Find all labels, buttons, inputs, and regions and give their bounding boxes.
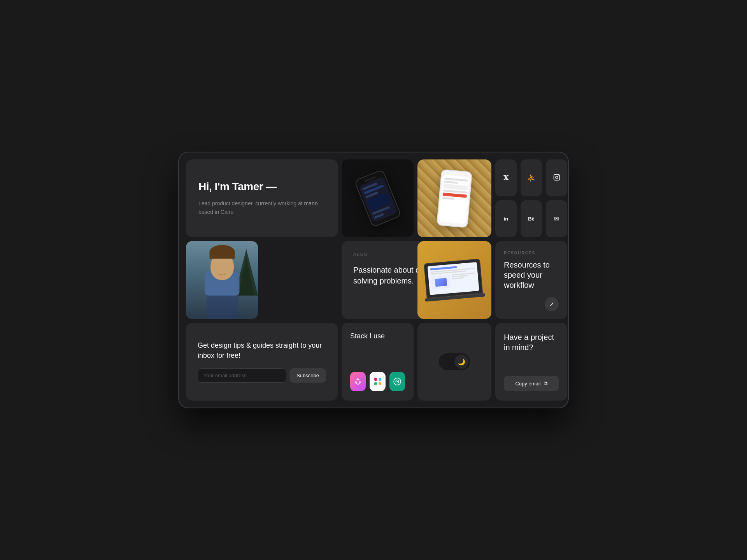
- svg-rect-5: [374, 382, 377, 385]
- behance-icon: Bē: [528, 216, 535, 222]
- linkedin-button[interactable]: in: [495, 200, 517, 237]
- main-grid: Hi, I'm Tamer — Lead product designer, c…: [186, 159, 561, 401]
- phone-dark-mock: [354, 169, 402, 228]
- email-icon: ✉: [554, 215, 559, 222]
- resources-title: Resources to speed your workflow: [504, 260, 559, 290]
- phone-white-card: [417, 159, 491, 237]
- resources-card: RESOURCES Resources to speed your workfl…: [495, 241, 567, 319]
- project-title: Have a project in mind?: [504, 332, 559, 352]
- twitter-icon: 𝕏: [503, 174, 508, 182]
- dribbble-icon: ⛹: [527, 174, 536, 182]
- portrait-card: [186, 241, 258, 319]
- toggle-card: 🌙: [417, 323, 491, 401]
- svg-rect-0: [554, 174, 559, 180]
- phone-white-mock: [437, 169, 472, 228]
- chatgpt-icon[interactable]: [389, 372, 405, 391]
- svg-rect-6: [379, 382, 381, 385]
- dribbble-button[interactable]: ⛹: [521, 159, 542, 196]
- moon-icon: 🌙: [458, 358, 465, 366]
- project-card: Have a project in mind? Copy email ⧉: [495, 323, 567, 401]
- person-photo: [186, 241, 258, 319]
- svg-rect-3: [374, 378, 377, 381]
- instagram-icon: [553, 174, 560, 182]
- laptop-screen: [424, 259, 483, 298]
- email-input[interactable]: [198, 368, 286, 383]
- resources-arrow-button[interactable]: ↗: [545, 297, 559, 311]
- svg-point-2: [558, 175, 559, 176]
- newsletter-card: Get design tips & guides straight to you…: [186, 323, 338, 401]
- stack-icons: [350, 372, 405, 391]
- copy-email-button[interactable]: Copy email ⧉: [504, 376, 559, 391]
- svg-point-7: [396, 381, 398, 382]
- socials-top-section: 𝕏 ⛹ in Bē ✉: [495, 159, 567, 237]
- hero-greeting: Hi, I'm Tamer —: [198, 180, 325, 193]
- newsletter-title: Get design tips & guides straight to you…: [198, 341, 326, 360]
- svg-point-1: [556, 176, 558, 178]
- hero-link[interactable]: mano: [304, 200, 318, 206]
- resources-label: RESOURCES: [504, 251, 535, 255]
- twitter-button[interactable]: 𝕏: [495, 159, 517, 196]
- email-form: Subscribe: [198, 368, 326, 383]
- slack-icon[interactable]: [370, 372, 386, 391]
- resources-arrow-icon: ↗: [549, 301, 554, 307]
- copy-icon: ⧉: [544, 380, 547, 387]
- phone-dark-card: [342, 159, 414, 237]
- laptop-card: [417, 241, 491, 319]
- email-button[interactable]: ✉: [546, 200, 567, 237]
- linkedin-icon: in: [504, 216, 509, 222]
- hero-description: Lead product designer, currently working…: [198, 199, 325, 217]
- subscribe-button[interactable]: Subscribe: [289, 368, 326, 383]
- stack-card: Stack I use: [342, 323, 414, 401]
- behance-button[interactable]: Bē: [521, 200, 542, 237]
- instagram-button[interactable]: [546, 159, 567, 196]
- svg-rect-4: [379, 378, 381, 381]
- stack-title: Stack I use: [350, 332, 405, 340]
- device-frame: Hi, I'm Tamer — Lead product designer, c…: [179, 152, 568, 408]
- craft-icon[interactable]: [350, 372, 366, 391]
- toggle-knob: 🌙: [454, 355, 468, 369]
- dark-mode-toggle[interactable]: 🌙: [439, 353, 470, 370]
- copy-email-label: Copy email: [515, 381, 540, 387]
- hero-card: Hi, I'm Tamer — Lead product designer, c…: [186, 159, 338, 237]
